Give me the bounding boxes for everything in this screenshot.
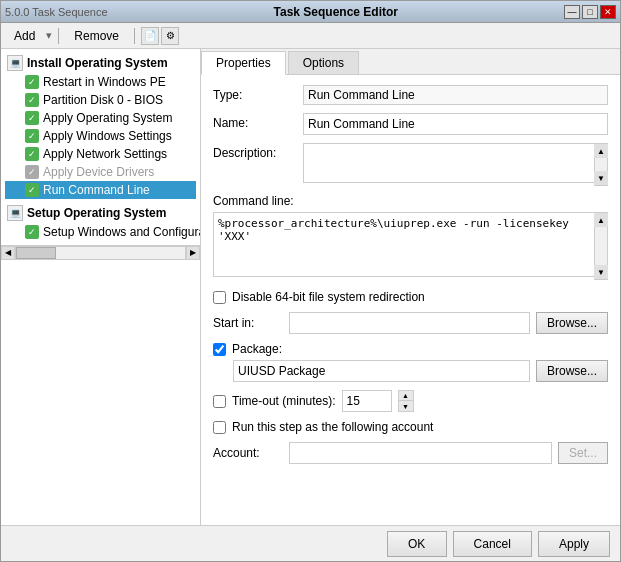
properties-panel: Type: Run Command Line Name: Description…: [201, 75, 620, 525]
hscroll-left-btn[interactable]: ◀: [1, 246, 15, 260]
hscroll-right-btn[interactable]: ▶: [186, 246, 200, 260]
cmd-scroll-up[interactable]: ▲: [594, 213, 608, 227]
cmdline-wrapper: ▲ ▼: [213, 212, 608, 280]
description-row: Description: ▲ ▼: [213, 143, 608, 186]
timeout-checkbox[interactable]: [213, 395, 226, 408]
title-bar-buttons: — □ ✕: [564, 5, 616, 19]
right-panel: Properties Options Type: Run Command Lin…: [201, 49, 620, 525]
remove-menu-button[interactable]: Remove: [65, 26, 128, 46]
package-input-row: Browse...: [213, 360, 608, 382]
menu-separator-1: ▾: [46, 29, 52, 42]
type-row: Type: Run Command Line: [213, 85, 608, 105]
startin-label: Start in:: [213, 316, 283, 330]
tree-item-3[interactable]: ✓ Apply Windows Settings: [5, 127, 196, 145]
timeout-spinner[interactable]: ▲ ▼: [398, 390, 414, 412]
toolbar-icon-2[interactable]: ⚙: [161, 27, 179, 45]
browse2-button[interactable]: Browse...: [536, 360, 608, 382]
name-input[interactable]: [303, 113, 608, 135]
tree-item-label-1: Partition Disk 0 - BIOS: [43, 93, 163, 107]
tree-item-label-4: Apply Network Settings: [43, 147, 167, 161]
spinner-up[interactable]: ▲: [399, 391, 413, 401]
group1-label: Install Operating System: [27, 56, 168, 70]
close-button[interactable]: ✕: [600, 5, 616, 19]
maximize-button[interactable]: □: [582, 5, 598, 19]
left-panel-hscrollbar[interactable]: ◀ ▶: [1, 245, 200, 259]
check-icon-1: ✓: [25, 93, 39, 107]
group2-label: Setup Operating System: [27, 206, 166, 220]
toolbar-icon-1[interactable]: 📄: [141, 27, 159, 45]
apply-button[interactable]: Apply: [538, 531, 610, 557]
desc-scroll-down[interactable]: ▼: [594, 171, 608, 185]
hscroll-track[interactable]: [15, 246, 186, 260]
ok-button[interactable]: OK: [387, 531, 447, 557]
description-textarea[interactable]: [303, 143, 608, 183]
description-label: Description:: [213, 143, 303, 160]
tree-item-0[interactable]: ✓ Restart in Windows PE: [5, 73, 196, 91]
package-section: Package: Browse...: [213, 342, 608, 382]
hscroll-thumb[interactable]: [16, 247, 56, 259]
spinner-down[interactable]: ▼: [399, 401, 413, 411]
check-icon-3: ✓: [25, 129, 39, 143]
tree-item-label-7: Setup Windows and Configuration: [43, 225, 201, 239]
group1-icon: 💻: [7, 55, 23, 71]
timeout-input[interactable]: [342, 390, 392, 412]
add-menu-button[interactable]: Add: [5, 26, 44, 46]
account-input[interactable]: [289, 442, 552, 464]
startin-row: Start in: Browse...: [213, 312, 608, 334]
tree-item-label-6: Run Command Line: [43, 183, 150, 197]
tab-options[interactable]: Options: [288, 51, 359, 74]
tree-container: 💻 Install Operating System ✓ Restart in …: [1, 49, 200, 245]
description-scrollbar[interactable]: ▲ ▼: [594, 143, 608, 186]
tree-item-label-5: Apply Device Drivers: [43, 165, 154, 179]
tree-item-7[interactable]: ✓ Setup Windows and Configuration: [5, 223, 196, 241]
tree-item-4[interactable]: ✓ Apply Network Settings: [5, 145, 196, 163]
disable64-label: Disable 64-bit file system redirection: [232, 290, 425, 304]
title-bar: 5.0.0 Task Sequence Task Sequence Editor…: [1, 1, 620, 23]
account-row: Account: Set...: [213, 442, 608, 464]
menu-divider-1: [58, 28, 59, 44]
tree-group-2-header: 💻 Setup Operating System: [5, 203, 196, 223]
menu-bar: Add ▾ Remove 📄 ⚙: [1, 23, 620, 49]
cmdline-scrollbar[interactable]: ▲ ▼: [594, 212, 608, 280]
tab-bar: Properties Options: [201, 49, 620, 75]
runstep-label: Run this step as the following account: [232, 420, 433, 434]
tree-group-1-header: 💻 Install Operating System: [5, 53, 196, 73]
timeout-row: Time-out (minutes): ▲ ▼: [213, 390, 608, 412]
set-button[interactable]: Set...: [558, 442, 608, 464]
tree-item-6[interactable]: ✓ Run Command Line: [5, 181, 196, 199]
check-icon-5: ✓: [25, 165, 39, 179]
package-row: Package:: [213, 342, 608, 356]
check-icon-4: ✓: [25, 147, 39, 161]
startin-input[interactable]: [289, 312, 530, 334]
check-icon-0: ✓: [25, 75, 39, 89]
tab-properties[interactable]: Properties: [201, 51, 286, 75]
name-label: Name:: [213, 113, 303, 130]
check-icon-7: ✓: [25, 225, 39, 239]
browse1-button[interactable]: Browse...: [536, 312, 608, 334]
type-value: Run Command Line: [303, 85, 608, 105]
package-checkbox[interactable]: [213, 343, 226, 356]
package-input[interactable]: [233, 360, 530, 382]
cmdline-textarea[interactable]: [213, 212, 608, 277]
menu-divider-2: [134, 28, 135, 44]
type-label: Type:: [213, 85, 303, 102]
disable64-row: Disable 64-bit file system redirection: [213, 290, 608, 304]
title-bar-left-text: 5.0.0 Task Sequence: [5, 6, 108, 18]
bottom-bar: OK Cancel Apply: [1, 525, 620, 561]
disable64-checkbox[interactable]: [213, 291, 226, 304]
desc-scroll-up[interactable]: ▲: [594, 144, 608, 158]
tree-item-5[interactable]: ✓ Apply Device Drivers: [5, 163, 196, 181]
cancel-button[interactable]: Cancel: [453, 531, 532, 557]
window-title: Task Sequence Editor: [108, 5, 564, 19]
description-field: ▲ ▼: [303, 143, 608, 186]
cmdline-label: Command line:: [213, 194, 608, 208]
main-content: 💻 Install Operating System ✓ Restart in …: [1, 49, 620, 525]
account-label: Account:: [213, 446, 283, 460]
tree-item-1[interactable]: ✓ Partition Disk 0 - BIOS: [5, 91, 196, 109]
cmd-scroll-down[interactable]: ▼: [594, 265, 608, 279]
tree-item-2[interactable]: ✓ Apply Operating System: [5, 109, 196, 127]
minimize-button[interactable]: —: [564, 5, 580, 19]
group2-icon: 💻: [7, 205, 23, 221]
runstep-checkbox[interactable]: [213, 421, 226, 434]
left-panel: 💻 Install Operating System ✓ Restart in …: [1, 49, 201, 525]
